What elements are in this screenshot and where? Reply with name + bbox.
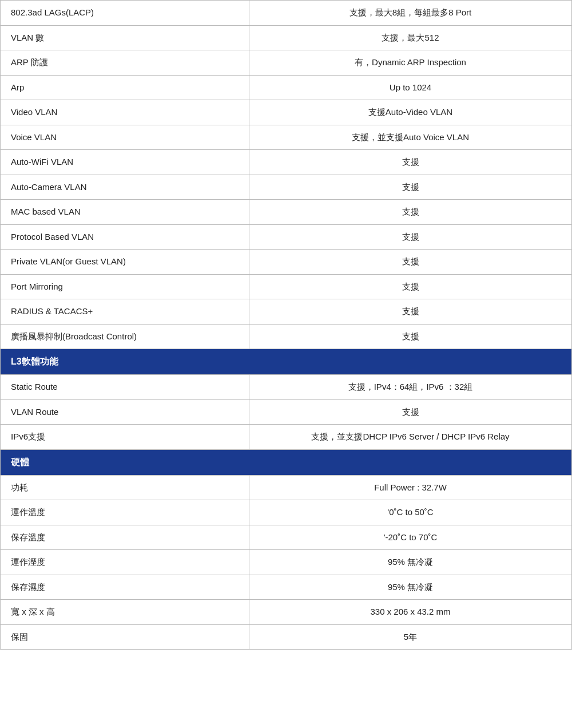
row-label: Auto-WiFi VLAN: [1, 150, 249, 175]
row-value: Full Power : 32.7W: [249, 475, 572, 500]
table-row: ARP 防護有，Dynamic ARP Inspection: [1, 50, 572, 76]
row-label: 運作溼度: [1, 550, 249, 575]
section-header-row: 硬體: [1, 449, 572, 475]
row-value: 支援: [249, 200, 572, 225]
row-label: Voice VLAN: [1, 125, 249, 150]
table-row: IPv6支援支援，並支援DHCP IPv6 Server / DHCP IPv6…: [1, 425, 572, 450]
table-row: Protocol Based VLAN支援: [1, 224, 572, 250]
table-row: Auto-Camera VLAN支援: [1, 175, 572, 200]
row-label: Arp: [1, 75, 249, 100]
row-value: '-20˚C to 70˚C: [249, 525, 572, 550]
table-row: 保存溫度'-20˚C to 70˚C: [1, 525, 572, 550]
spec-table: 802.3ad LAGs(LACP)支援，最大8組，每組最多8 PortVLAN…: [0, 0, 572, 650]
row-label: ARP 防護: [1, 50, 249, 76]
row-value: 95% 無冷凝: [249, 550, 572, 575]
row-value: 支援: [249, 274, 572, 299]
table-row: 保固5年: [1, 624, 572, 650]
row-label: 功耗: [1, 475, 249, 500]
row-value: '0˚C to 50˚C: [249, 500, 572, 525]
row-label: RADIUS & TACACS+: [1, 299, 249, 325]
row-label: VLAN Route: [1, 399, 249, 425]
row-label: 802.3ad LAGs(LACP): [1, 1, 249, 26]
row-value: 支援: [249, 224, 572, 250]
row-value: 330 x 206 x 43.2 mm: [249, 600, 572, 625]
row-value: 有，Dynamic ARP Inspection: [249, 50, 572, 76]
row-value: 支援，IPv4：64組，IPv6 ：32組: [249, 375, 572, 400]
row-label: 保固: [1, 624, 249, 650]
row-value: 支援，並支援Auto Voice VLAN: [249, 125, 572, 150]
table-row: Static Route支援，IPv4：64組，IPv6 ：32組: [1, 375, 572, 400]
table-row: VLAN 數支援，最大512: [1, 25, 572, 50]
row-value: 支援: [249, 175, 572, 200]
row-value: 支援: [249, 399, 572, 425]
row-label: IPv6支援: [1, 425, 249, 450]
table-row: ArpUp to 1024: [1, 75, 572, 100]
table-row: 運作溼度95% 無冷凝: [1, 550, 572, 575]
table-row: 功耗Full Power : 32.7W: [1, 475, 572, 500]
row-value: 支援Auto-Video VLAN: [249, 100, 572, 125]
table-row: MAC based VLAN支援: [1, 200, 572, 225]
table-row: Auto-WiFi VLAN支援: [1, 150, 572, 175]
table-row: Voice VLAN支援，並支援Auto Voice VLAN: [1, 125, 572, 150]
row-value: 支援，最大512: [249, 25, 572, 50]
row-label: MAC based VLAN: [1, 200, 249, 225]
table-row: Port Mirroring支援: [1, 274, 572, 299]
row-label: Private VLAN(or Guest VLAN): [1, 250, 249, 275]
table-row: 保存濕度95% 無冷凝: [1, 575, 572, 600]
table-row: Video VLAN支援Auto-Video VLAN: [1, 100, 572, 125]
row-label: Protocol Based VLAN: [1, 224, 249, 250]
row-label: 保存濕度: [1, 575, 249, 600]
table-row: 802.3ad LAGs(LACP)支援，最大8組，每組最多8 Port: [1, 1, 572, 26]
row-value: 5年: [249, 624, 572, 650]
row-value: 支援: [249, 299, 572, 325]
row-label: 運作溫度: [1, 500, 249, 525]
table-row: RADIUS & TACACS+支援: [1, 299, 572, 325]
row-label: Port Mirroring: [1, 274, 249, 299]
section-header-label: 硬體: [1, 449, 572, 475]
row-label: VLAN 數: [1, 25, 249, 50]
table-row: 廣播風暴抑制(Broadcast Control)支援: [1, 324, 572, 349]
section-header-label: L3軟體功能: [1, 349, 572, 375]
row-label: 廣播風暴抑制(Broadcast Control): [1, 324, 249, 349]
table-row: 運作溫度'0˚C to 50˚C: [1, 500, 572, 525]
row-value: 支援，並支援DHCP IPv6 Server / DHCP IPv6 Relay: [249, 425, 572, 450]
row-value: 支援: [249, 150, 572, 175]
row-value: 95% 無冷凝: [249, 575, 572, 600]
section-header-row: L3軟體功能: [1, 349, 572, 375]
row-value: 支援: [249, 324, 572, 349]
table-row: 寬 x 深 x 高330 x 206 x 43.2 mm: [1, 600, 572, 625]
row-label: 保存溫度: [1, 525, 249, 550]
row-label: Static Route: [1, 375, 249, 400]
row-value: 支援: [249, 250, 572, 275]
row-label: Auto-Camera VLAN: [1, 175, 249, 200]
table-row: VLAN Route支援: [1, 399, 572, 425]
table-row: Private VLAN(or Guest VLAN)支援: [1, 250, 572, 275]
row-label: 寬 x 深 x 高: [1, 600, 249, 625]
row-value: Up to 1024: [249, 75, 572, 100]
row-value: 支援，最大8組，每組最多8 Port: [249, 1, 572, 26]
row-label: Video VLAN: [1, 100, 249, 125]
